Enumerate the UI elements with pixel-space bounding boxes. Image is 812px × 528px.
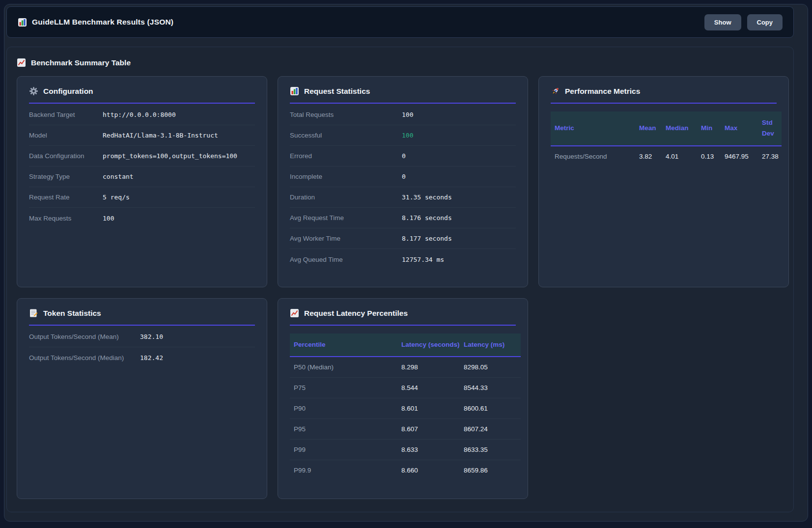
table-row-p99: P99 8.633 8633.35 [290,440,521,460]
kv-value: 5 req/s [103,194,130,201]
cell-latency-seconds: 8.601 [401,398,464,419]
kv-label: Duration [290,194,402,201]
cell-percentile: P90 [290,398,401,419]
cell-max: 9467.95 [725,146,762,167]
kv-value: 12757.34 ms [402,256,444,263]
cell-latency-ms: 8607.24 [464,419,521,440]
card-title-text: Configuration [43,87,93,96]
kv-row-model: Model RedHatAI/Llama-3.1-8B-Instruct [29,125,255,146]
cell-min: 0.13 [701,146,725,167]
column-header-percentile: Percentile [290,333,401,357]
card-title-text: Request Latency Percentiles [304,309,408,318]
configuration-card: Configuration Backend Target http://0.0.… [17,76,267,287]
cell-latency-ms: 8298.05 [464,357,521,378]
cell-latency-seconds: 8.633 [401,440,464,460]
column-header-latency-ms: Latency (ms) [464,333,521,357]
card-title-text: Token Statistics [43,309,101,318]
kv-label: Incomplete [290,173,402,180]
page-container: GuideLLM Benchmark Results (JSON) Show C… [4,4,808,522]
column-header-metric: Metric [551,111,639,146]
rocket-icon [551,86,560,96]
token-statistics-card-title: Token Statistics [29,308,255,318]
request-statistics-card-title: Request Statistics [290,86,516,96]
kv-row-avg-request-time: Avg Request Time 8.176 seconds [290,208,516,228]
kv-row-data-configuration: Data Configuration prompt_tokens=100,out… [29,146,255,167]
kv-label: Total Requests [290,111,402,118]
table-header-row: Percentile Latency (seconds) Latency (ms… [290,333,521,357]
configuration-card-title: Configuration [29,86,255,96]
chart-increasing-icon [290,308,299,318]
table-row-p99-9: P99.9 8.660 8659.86 [290,460,521,481]
section-heading: Benchmark Summary Table [17,58,785,67]
kv-label: Successful [290,132,402,139]
kv-value: 100 [103,215,114,222]
column-header-max: Max [725,111,762,146]
cell-latency-ms: 8659.86 [464,460,521,481]
cell-median: 4.01 [666,146,701,167]
kv-label: Model [29,132,103,139]
token-statistics-card: Token Statistics Output Tokens/Second (M… [17,298,267,499]
latency-percentiles-table: Percentile Latency (seconds) Latency (ms… [290,333,521,480]
kv-row-duration: Duration 31.35 seconds [290,187,516,208]
column-header-std-dev: Std Dev [762,111,782,146]
kv-row-backend-target: Backend Target http://0.0.0.0:8000 [29,105,255,125]
kv-row-strategy-type: Strategy Type constant [29,167,255,187]
kv-label: Max Requests [29,215,103,222]
performance-metrics-card: Performance Metrics Metric Mean Median M… [538,76,789,287]
request-statistics-rows: Total Requests 100 Successful 100 Errore… [290,105,516,270]
kv-value: 31.35 seconds [402,194,452,201]
column-header-min: Min [701,111,725,146]
kv-value: 8.177 seconds [402,235,452,242]
latency-percentiles-card: Request Latency Percentiles Percentile L… [278,298,528,499]
section-title: Benchmark Summary Table [31,58,131,67]
benchmark-summary-section: Benchmark Summary Table Configuration Ba… [6,47,794,512]
show-button[interactable]: Show [704,14,741,30]
card-title-text: Request Statistics [304,87,370,96]
bar-chart-icon [18,18,27,27]
kv-label: Avg Queued Time [290,256,402,263]
header-actions: Show Copy [704,14,783,30]
kv-label: Request Rate [29,194,103,201]
card-title-text: Performance Metrics [565,87,640,96]
cell-metric: Requests/Second [551,146,639,167]
copy-button[interactable]: Copy [747,14,783,30]
kv-row-avg-worker-time: Avg Worker Time 8.177 seconds [290,228,516,249]
cell-percentile: P95 [290,419,401,440]
cards-grid: Configuration Backend Target http://0.0.… [15,76,785,499]
table-row-p90: P90 8.601 8600.61 [290,398,521,419]
column-header-latency-seconds: Latency (seconds) [401,333,464,357]
token-statistics-rows: Output Tokens/Second (Mean) 382.10 Outpu… [29,327,255,368]
kv-row-successful: Successful 100 [290,125,516,146]
gear-icon [29,86,38,96]
performance-metrics-table: Metric Mean Median Min Max Std Dev Reque… [551,111,782,167]
kv-row-incomplete: Incomplete 0 [290,167,516,187]
kv-row-avg-queued-time: Avg Queued Time 12757.34 ms [290,249,516,270]
kv-label: Avg Request Time [290,214,402,222]
column-header-mean: Mean [639,111,666,146]
kv-value-success: 100 [402,132,413,139]
kv-row-errored: Errored 0 [290,146,516,167]
cell-latency-ms: 8600.61 [464,398,521,419]
kv-value: 0 [402,173,406,180]
kv-value: prompt_tokens=100,output_tokens=100 [103,152,237,160]
latency-percentiles-card-title: Request Latency Percentiles [290,308,516,318]
cell-latency-seconds: 8.660 [401,460,464,481]
kv-row-output-tokens-median: Output Tokens/Second (Median) 182.42 [29,347,255,368]
memo-icon [29,308,38,318]
accent-rule [29,103,255,104]
kv-label: Output Tokens/Second (Median) [29,354,140,361]
cell-percentile: P99 [290,440,401,460]
kv-row-request-rate: Request Rate 5 req/s [29,187,255,208]
kv-label: Errored [290,152,402,160]
cell-latency-ms: 8633.35 [464,440,521,460]
kv-value: RedHatAI/Llama-3.1-8B-Instruct [103,132,218,139]
request-statistics-card: Request Statistics Total Requests 100 Su… [278,76,528,287]
cell-latency-seconds: 8.298 [401,357,464,378]
table-header-row: Metric Mean Median Min Max Std Dev [551,111,782,146]
cell-latency-seconds: 8.544 [401,378,464,398]
column-header-median: Median [666,111,701,146]
bar-chart-icon [290,86,299,96]
table-row-p95: P95 8.607 8607.24 [290,419,521,440]
kv-label: Strategy Type [29,173,103,180]
cell-mean: 3.82 [639,146,666,167]
